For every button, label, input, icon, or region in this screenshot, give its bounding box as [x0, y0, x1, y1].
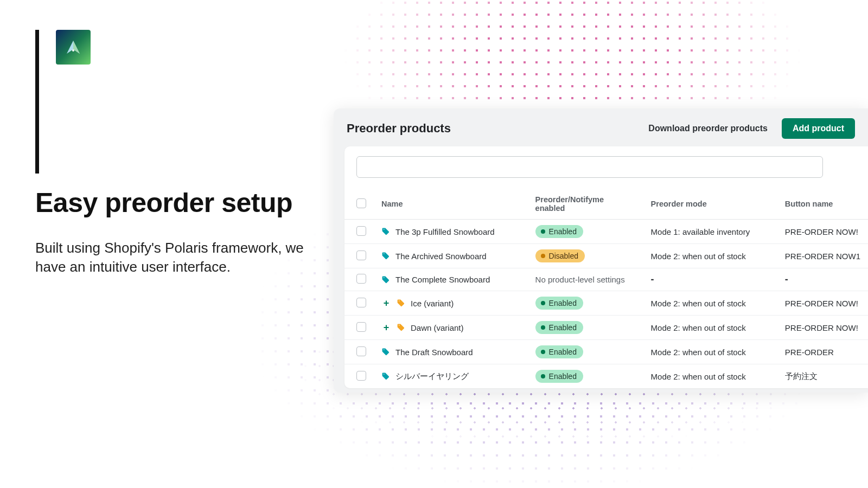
row-checkbox[interactable] [356, 298, 366, 307]
marketing-headline: Easy preorder setup [35, 187, 292, 219]
status-label: Enabled [549, 299, 577, 307]
status-label: Enabled [549, 323, 577, 332]
table-row[interactable]: +Ice (variant)EnabledMode 2: when out of… [344, 291, 868, 316]
add-product-button[interactable]: Add product [782, 118, 855, 139]
price-tag-icon [397, 323, 405, 332]
status-badge: Enabled [535, 321, 583, 334]
product-name: The 3p Fulfilled Snowboard [395, 227, 495, 236]
svg-point-0 [72, 49, 74, 52]
status-label: No product-level settings [535, 275, 625, 284]
price-tag-icon [397, 299, 405, 307]
row-checkbox[interactable] [356, 274, 366, 284]
product-name: シルバーイヤリング [395, 371, 469, 382]
status-dot-icon [541, 325, 545, 330]
status-label: Disabled [549, 252, 578, 260]
button-name-value: PRE-ORDER [785, 348, 834, 357]
button-name-value: 予約注文 [785, 371, 818, 381]
search-input[interactable] [356, 156, 823, 178]
table-row[interactable]: The Complete SnowboardNo product-level s… [344, 268, 868, 291]
status-dot-icon [541, 254, 545, 258]
column-header-status: Preorder/Notifyme enabled [528, 190, 643, 220]
product-name: The Archived Snowboard [395, 252, 487, 261]
table-row[interactable]: The 3p Fulfilled SnowboardEnabledMode 1:… [344, 220, 868, 244]
button-name-value: ‑ [785, 274, 788, 285]
button-name-value: PRE-ORDER NOW! [785, 299, 858, 308]
price-tag-icon [381, 348, 390, 356]
row-checkbox[interactable] [356, 371, 366, 381]
table-row[interactable]: +Dawn (variant)EnabledMode 2: when out o… [344, 316, 868, 340]
column-header-name: Name [374, 190, 528, 220]
status-dot-icon [541, 374, 545, 378]
product-name: The Draft Snowboard [395, 348, 473, 357]
preorder-mode: Mode 2: when out of stock [651, 299, 746, 308]
download-preorder-products-link[interactable]: Download preorder products [641, 119, 775, 138]
products-card: Name Preorder/Notifyme enabled Preorder … [344, 146, 868, 388]
select-all-checkbox[interactable] [356, 198, 366, 208]
preorder-mode: Mode 1: available inventory [651, 227, 750, 236]
status-badge: Enabled [535, 370, 583, 383]
column-header-button-name: Button name [777, 190, 868, 220]
price-tag-icon [381, 227, 390, 236]
preorder-products-panel: Preorder products Download preorder prod… [334, 108, 868, 393]
product-name: Dawn (variant) [411, 323, 464, 332]
table-row[interactable]: The Archived SnowboardDisabledMode 2: wh… [344, 244, 868, 268]
status-badge: Disabled [535, 249, 585, 262]
status-label: Enabled [549, 348, 577, 356]
status-dot-icon [541, 229, 545, 234]
products-table: Name Preorder/Notifyme enabled Preorder … [344, 190, 868, 388]
marketing-subtext: Built using Shopify's Polaris framework,… [35, 239, 317, 277]
status-badge: Enabled [535, 345, 583, 358]
price-tag-icon [381, 372, 390, 381]
price-tag-icon [381, 252, 390, 260]
status-badge: Enabled [535, 225, 583, 238]
preorder-mode: Mode 2: when out of stock [651, 323, 746, 332]
app-logo [56, 30, 91, 65]
button-name-value: PRE-ORDER NOW! [785, 227, 858, 236]
button-name-value: PRE-ORDER NOW1 [785, 252, 860, 261]
button-name-value: PRE-ORDER NOW! [785, 323, 858, 332]
status-dot-icon [541, 301, 545, 305]
preorder-mode: Mode 2: when out of stock [651, 252, 746, 261]
status-dot-icon [541, 350, 545, 354]
panel-title: Preorder products [347, 121, 641, 136]
expand-variant-icon[interactable]: + [381, 322, 391, 333]
status-label: Enabled [549, 372, 577, 381]
rocket-leaf-icon [62, 36, 84, 58]
preorder-mode: Mode 2: when out of stock [651, 348, 746, 357]
accent-bar [35, 30, 39, 174]
preorder-mode: ‑ [651, 274, 654, 285]
product-name: Ice (variant) [411, 299, 454, 308]
status-label: Enabled [549, 227, 577, 236]
row-checkbox[interactable] [356, 251, 366, 260]
table-row[interactable]: The Draft SnowboardEnabledMode 2: when o… [344, 340, 868, 364]
column-header-mode: Preorder mode [643, 190, 777, 220]
preorder-mode: Mode 2: when out of stock [651, 372, 746, 381]
row-checkbox[interactable] [356, 322, 366, 332]
row-checkbox[interactable] [356, 346, 366, 356]
price-tag-icon [381, 275, 390, 284]
row-checkbox[interactable] [356, 226, 366, 236]
product-name: The Complete Snowboard [395, 275, 490, 284]
table-row[interactable]: シルバーイヤリングEnabledMode 2: when out of stoc… [344, 364, 868, 389]
expand-variant-icon[interactable]: + [381, 298, 391, 309]
status-badge: Enabled [535, 297, 583, 310]
